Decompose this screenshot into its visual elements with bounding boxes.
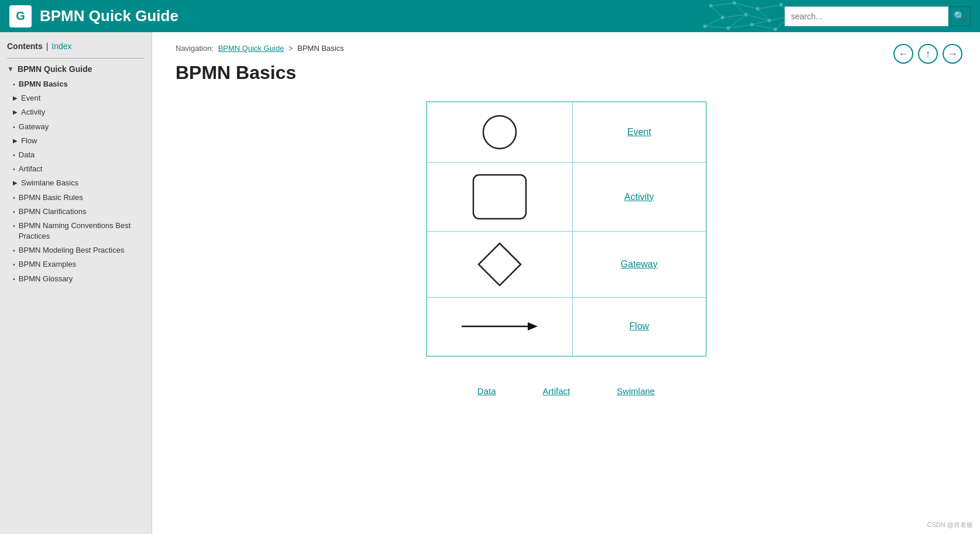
- tree-item-bullet: •: [13, 165, 15, 174]
- svg-line-26: [705, 26, 728, 28]
- sidebar-tree-item-3[interactable]: • Gateway: [13, 120, 145, 134]
- nav-up-button[interactable]: ↑: [918, 44, 938, 64]
- sidebar-tree-item-11[interactable]: • BPMN Modeling Best Practices: [13, 243, 145, 257]
- event-link[interactable]: Event: [627, 127, 651, 137]
- tree-item-bullet: •: [13, 246, 15, 255]
- tree-item-label: Data: [19, 150, 35, 160]
- flow-link[interactable]: Flow: [630, 321, 649, 331]
- diagram-row-activity: Activity: [427, 163, 706, 232]
- index-link[interactable]: Index: [51, 42, 71, 51]
- contents-label: Contents: [7, 42, 43, 51]
- sidebar-tree-item-1[interactable]: ▶ Event: [13, 91, 145, 105]
- nav-forward-button[interactable]: →: [943, 44, 962, 64]
- search-input[interactable]: [785, 6, 948, 26]
- breadcrumb-current: BPMN Basics: [297, 44, 343, 53]
- activity-label-cell: Activity: [573, 163, 706, 232]
- svg-marker-31: [479, 243, 521, 285]
- tree-item-label: Activity: [21, 107, 45, 118]
- tree-item-label: Swimlane Basics: [21, 178, 78, 188]
- tree-item-bullet: •: [13, 222, 15, 230]
- swimlane-link[interactable]: Swimlane: [617, 386, 655, 396]
- tree-item-label: BPMN Examples: [19, 259, 76, 270]
- artifact-link[interactable]: Artifact: [542, 386, 570, 396]
- flow-shape: [459, 318, 541, 335]
- tree-item-label: BPMN Naming Conventions Best Practices: [19, 221, 145, 242]
- layout: Contents | Index ▼ BPMN Quick Guide • BP…: [0, 32, 980, 534]
- sidebar: Contents | Index ▼ BPMN Quick Guide • BP…: [0, 32, 152, 534]
- flow-icon-cell: [427, 298, 573, 356]
- sidebar-tree-item-13[interactable]: • BPMN Glossary: [13, 272, 145, 286]
- tree-item-bullet: •: [13, 123, 15, 132]
- activity-icon-cell: [427, 163, 573, 232]
- breadcrumb-home-link[interactable]: BPMN Quick Guide: [218, 44, 284, 53]
- sidebar-tree-item-7[interactable]: ▶ Swimlane Basics: [13, 176, 145, 190]
- tree-item-bullet: •: [13, 194, 15, 202]
- gateway-link[interactable]: Gateway: [621, 259, 658, 269]
- tree-item-bullet: •: [13, 151, 15, 160]
- sidebar-tree-item-5[interactable]: • Data: [13, 148, 145, 162]
- svg-line-28: [752, 25, 775, 29]
- tree-root-label: BPMN Quick Guide: [18, 64, 92, 74]
- tree-item-label: Artifact: [19, 164, 42, 174]
- event-shape: [479, 112, 520, 153]
- gateway-label-cell: Gateway: [573, 232, 706, 298]
- tree-item-label: BPMN Basic Rules: [19, 192, 83, 203]
- tree-item-label: BPMN Basics: [19, 79, 68, 89]
- tree-children: • BPMN Basics▶ Event▶ Activity• Gateway▶…: [7, 77, 145, 286]
- svg-point-1: [733, 1, 736, 5]
- tree-item-bullet: ▶: [13, 108, 18, 116]
- svg-marker-33: [528, 322, 538, 330]
- tree-item-label: BPMN Glossary: [19, 274, 73, 284]
- app-title: BPMN Quick Guide: [40, 7, 785, 25]
- nav-back-button[interactable]: ←: [893, 44, 913, 64]
- tree-item-label: Gateway: [19, 122, 49, 132]
- tree-item-label: Flow: [21, 136, 37, 146]
- diagram-table: Event Activity: [426, 101, 707, 357]
- activity-shape: [470, 172, 529, 222]
- tree-item-label: Event: [21, 93, 40, 104]
- diagram-container: Event Activity: [176, 101, 957, 396]
- sidebar-tree-item-8[interactable]: • BPMN Basic Rules: [13, 191, 145, 205]
- main-content: ← ↑ → Navigation: BPMN Quick Guide > BPM…: [152, 32, 980, 534]
- tree-item-bullet: ▶: [13, 94, 18, 102]
- tree-item-bullet: •: [13, 80, 15, 89]
- sidebar-tree-item-9[interactable]: • BPMN Clarifications: [13, 205, 145, 219]
- svg-point-11: [773, 27, 777, 31]
- sidebar-tree-item-6[interactable]: • Artifact: [13, 162, 145, 176]
- sidebar-separator: |: [46, 42, 49, 51]
- tree-item-bullet: •: [13, 260, 15, 269]
- footer: CSDN @肖老板: [927, 521, 973, 529]
- tree-root-arrow: ▼: [7, 65, 14, 73]
- app-logo: G: [9, 5, 32, 27]
- nav-arrows: ← ↑ →: [893, 44, 962, 64]
- sidebar-tree-item-4[interactable]: ▶ Flow: [13, 134, 145, 148]
- tree-item-bullet: ▶: [13, 137, 18, 145]
- tree-item-bullet: •: [13, 275, 15, 284]
- search-button[interactable]: 🔍: [948, 6, 971, 26]
- sidebar-divider: [7, 58, 145, 58]
- diagram-row-gateway: Gateway: [427, 232, 706, 298]
- tree-root-item[interactable]: ▼ BPMN Quick Guide: [7, 64, 145, 74]
- diagram-row-flow: Flow: [427, 298, 706, 356]
- tree-item-label: BPMN Modeling Best Practices: [19, 245, 125, 256]
- breadcrumb: Navigation: BPMN Quick Guide > BPMN Basi…: [176, 44, 957, 53]
- activity-link[interactable]: Activity: [624, 192, 654, 202]
- sidebar-tree-item-10[interactable]: • BPMN Naming Conventions Best Practices: [13, 219, 145, 243]
- sidebar-tree-item-2[interactable]: ▶ Activity: [13, 105, 145, 119]
- breadcrumb-separator: >: [288, 44, 293, 53]
- sidebar-tree-item-12[interactable]: • BPMN Examples: [13, 257, 145, 271]
- header: G BPMN Quick Guide 🔍: [0, 0, 980, 32]
- tree-item-label: BPMN Clarifications: [19, 206, 87, 217]
- sidebar-tree-item-0[interactable]: • BPMN Basics: [13, 77, 145, 91]
- gateway-icon-cell: [427, 232, 573, 298]
- diagram-row-event: Event: [427, 102, 706, 163]
- event-label-cell: Event: [573, 102, 706, 163]
- gateway-shape: [476, 241, 523, 288]
- breadcrumb-nav-label: Navigation:: [176, 44, 214, 53]
- bottom-links: Data Artifact Swimlane: [477, 386, 655, 396]
- tree-item-bullet: ▶: [13, 179, 18, 187]
- sidebar-header: Contents | Index: [7, 42, 145, 51]
- svg-rect-30: [473, 175, 526, 219]
- flow-label-cell: Flow: [573, 298, 706, 356]
- data-link[interactable]: Data: [477, 386, 496, 396]
